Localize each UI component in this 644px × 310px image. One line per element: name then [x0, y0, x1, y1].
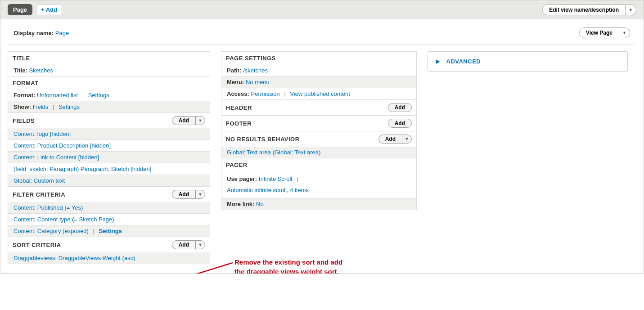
- annotation-arrow: [161, 258, 237, 274]
- triangle-right-icon: ▶: [436, 58, 440, 64]
- format-heading: FORMAT: [8, 76, 210, 90]
- plus-icon: +: [41, 6, 45, 13]
- field-item[interactable]: Content: Product Description [hidden]: [14, 142, 111, 149]
- add-footer-button[interactable]: Add: [388, 119, 412, 128]
- display-name-label: Display name:: [14, 30, 54, 36]
- format-settings[interactable]: Settings: [88, 92, 109, 99]
- path-label: Path:: [227, 67, 242, 74]
- edit-view-dropdown[interactable]: ▼: [626, 4, 636, 15]
- sort-heading: SORT CRITERIA Add ▼: [8, 237, 210, 252]
- add-sort-dropdown[interactable]: ▼: [195, 240, 205, 249]
- add-field-button[interactable]: Add: [172, 116, 195, 125]
- access-value[interactable]: Permission: [251, 90, 280, 97]
- noresults-heading: NO RESULTS BEHAVIOR Add ▼: [221, 131, 416, 147]
- sort-item[interactable]: Draggableviews: DraggableViews Weight (a…: [14, 255, 135, 261]
- show-value[interactable]: Fields: [33, 103, 49, 110]
- access-label: Access:: [227, 90, 249, 97]
- filter-item[interactable]: Content: Content type (= Sketch Page): [14, 216, 114, 223]
- field-item[interactable]: (field_sketch: Paragraph) Paragraph: Ske…: [14, 166, 151, 172]
- top-toolbar: Page + Add Edit view name/description ▼: [0, 0, 644, 19]
- view-page-button[interactable]: View Page: [579, 27, 619, 38]
- format-label: Format:: [14, 92, 35, 99]
- more-label: More link:: [227, 201, 254, 207]
- pager-detail[interactable]: Automatic infinite scroll, 4 items: [227, 187, 309, 193]
- pager-label: Use pager:: [227, 175, 257, 182]
- access-detail[interactable]: View published content: [290, 90, 350, 97]
- title-label: Title:: [14, 67, 27, 74]
- pager-heading: PAGER: [221, 158, 416, 171]
- annotation-text: Remove the existing sort and add the dra…: [234, 257, 342, 274]
- field-item[interactable]: Content: Link to Content [hidden]: [14, 154, 99, 161]
- show-settings[interactable]: Settings: [59, 103, 80, 110]
- add-header-button[interactable]: Add: [388, 103, 412, 112]
- edit-view-button[interactable]: Edit view name/description: [542, 4, 626, 15]
- add-noresults-dropdown[interactable]: ▼: [402, 135, 412, 144]
- view-page-dropdown[interactable]: ▼: [619, 27, 630, 38]
- add-label: Add: [46, 6, 57, 13]
- filter-item[interactable]: Content: Category (exposed): [14, 228, 89, 234]
- pager-value[interactable]: Infinite Scroll: [259, 175, 292, 182]
- field-item[interactable]: Content: logo [hidden]: [14, 130, 71, 137]
- add-sort-button[interactable]: Add: [172, 240, 195, 249]
- display-name-row: Display name: Page View Page ▼: [8, 26, 636, 45]
- title-heading: TITLE: [8, 52, 210, 65]
- menu-label: Menu:: [227, 79, 244, 85]
- footer-heading: FOOTER Add: [221, 115, 416, 131]
- add-noresults-button[interactable]: Add: [378, 135, 402, 144]
- path-value[interactable]: /sketches: [243, 67, 268, 74]
- header-heading: HEADER Add: [221, 99, 416, 115]
- middle-column: PAGE SETTINGS Path: /sketches Menu: No m…: [221, 51, 417, 210]
- caret-down-icon: ▼: [629, 8, 633, 12]
- caret-down-icon: ▼: [405, 137, 409, 141]
- page-settings-heading: PAGE SETTINGS: [221, 52, 416, 65]
- left-column: TITLE Title: Sketches FORMAT Format: Unf…: [8, 51, 210, 264]
- more-value[interactable]: No: [256, 201, 264, 207]
- add-field-dropdown[interactable]: ▼: [195, 116, 205, 125]
- advanced-label: ADVANCED: [446, 58, 481, 65]
- tab-page[interactable]: Page: [8, 4, 32, 15]
- right-column: ▶ ADVANCED: [428, 51, 628, 72]
- display-name-value[interactable]: Page: [55, 30, 69, 36]
- menu-value[interactable]: No menu: [246, 79, 270, 85]
- advanced-toggle[interactable]: ▶ ADVANCED: [428, 51, 628, 72]
- caret-down-icon: ▼: [198, 243, 203, 247]
- add-filter-button[interactable]: Add: [172, 190, 195, 199]
- show-label: Show:: [14, 103, 31, 110]
- noresults-item[interactable]: Global: Text area (Global: Text area): [227, 149, 320, 156]
- fields-heading: FIELDS Add ▼: [8, 112, 210, 128]
- format-value[interactable]: Unformatted list: [37, 92, 78, 99]
- add-filter-dropdown[interactable]: ▼: [195, 190, 205, 199]
- title-value[interactable]: Sketches: [29, 67, 53, 74]
- filter-settings[interactable]: Settings: [99, 228, 122, 234]
- svg-line-0: [167, 263, 233, 274]
- caret-down-icon: ▼: [198, 192, 203, 197]
- add-display-button[interactable]: + Add: [36, 4, 62, 15]
- filter-heading: FILTER CRITERIA Add ▼: [8, 186, 210, 202]
- caret-down-icon: ▼: [198, 118, 203, 123]
- field-item[interactable]: Global: Custom text: [14, 177, 65, 184]
- caret-down-icon: ▼: [622, 31, 626, 35]
- filter-item[interactable]: Content: Published (= Yes): [14, 204, 83, 211]
